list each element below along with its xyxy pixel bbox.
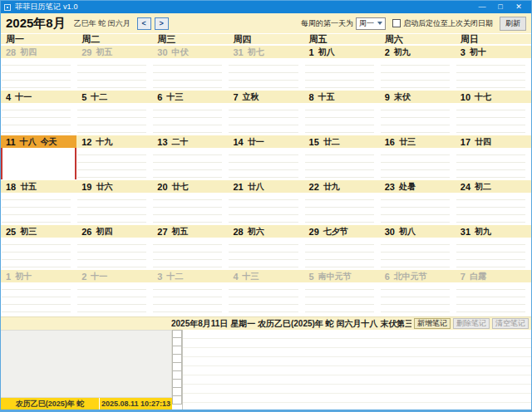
- day-strip: 22廿九: [304, 180, 380, 193]
- note-list-slot[interactable]: [172, 355, 182, 363]
- first-day-select[interactable]: 周一: [356, 17, 386, 30]
- weekday-label: 周四: [228, 34, 303, 45]
- day-strip: 2初九: [380, 46, 456, 58]
- day-number: 14: [233, 137, 243, 147]
- calendar-cell[interactable]: 21廿八: [228, 180, 303, 224]
- note-list-slot[interactable]: [172, 388, 182, 396]
- day-strip: 8十五: [304, 91, 380, 103]
- day-note-area: [305, 282, 374, 316]
- day-note-area: [153, 58, 222, 90]
- day-lunar-label: 南中元节: [318, 271, 352, 282]
- note-list-slot[interactable]: [172, 396, 182, 405]
- calendar-cell[interactable]: 26初四: [76, 225, 152, 269]
- calendar-cell[interactable]: 15廿二: [304, 135, 380, 179]
- calendar-cell-today[interactable]: 11十八今天: [1, 135, 76, 179]
- calendar-cell[interactable]: 31初九: [456, 225, 531, 269]
- calendar-cell[interactable]: 12十九: [76, 135, 152, 179]
- calendar-cell[interactable]: 5南中元节: [304, 270, 380, 316]
- day-number: 4: [233, 272, 238, 282]
- day-number: 2: [385, 47, 390, 57]
- day-note-area: [153, 193, 222, 224]
- note-list-slot[interactable]: [172, 363, 182, 371]
- next-month-button[interactable]: >: [155, 17, 169, 30]
- calendar-cell[interactable]: 18廿五: [1, 180, 76, 224]
- calendar-cell[interactable]: 5十二: [76, 91, 152, 135]
- note-action-button[interactable]: 新增笔记: [414, 318, 451, 329]
- calendar-cell[interactable]: 23处暑: [380, 180, 456, 224]
- calendar-cell[interactable]: 28初六: [228, 225, 303, 269]
- day-lunar-label: 中伏: [172, 47, 189, 58]
- calendar-cell[interactable]: 2十一: [76, 270, 152, 316]
- day-note-area: [381, 238, 450, 269]
- calendar-week-row: 1初十2十一3十二4十三5南中元节6北中元节7白露: [1, 269, 531, 316]
- calendar-cell[interactable]: 30中伏: [152, 46, 228, 90]
- day-strip: 3十二: [152, 270, 228, 282]
- calendar-cell[interactable]: 28初四: [1, 46, 76, 90]
- note-list-slot[interactable]: [172, 380, 182, 388]
- calendar-cell[interactable]: 10十七: [456, 91, 531, 135]
- calendar-cell[interactable]: 6十三: [152, 91, 228, 135]
- note-content-area[interactable]: [182, 330, 531, 410]
- day-note-area: [77, 193, 146, 224]
- day-number: 12: [81, 137, 91, 147]
- day-strip: 30初八: [380, 225, 456, 238]
- calendar-cell[interactable]: 3初十: [456, 46, 531, 90]
- close-icon[interactable]: ✕: [510, 1, 528, 13]
- calendar-cell[interactable]: 8十五: [304, 91, 380, 135]
- calendar-week-row: 28初四29初五30中伏31初七1初八2初九3初十: [1, 45, 531, 90]
- calendar-cell[interactable]: 22廿九: [304, 180, 380, 224]
- calendar-cell[interactable]: 7立秋: [228, 91, 303, 135]
- calendar-cell[interactable]: 31初七: [228, 46, 303, 90]
- day-lunar-label: 廿五: [20, 181, 37, 193]
- calendar-cell[interactable]: 24初二: [456, 180, 531, 224]
- note-list-slot[interactable]: [172, 338, 182, 346]
- calendar-cell[interactable]: 7白露: [456, 270, 531, 316]
- note-list-slot[interactable]: [172, 330, 182, 338]
- day-number: 3: [461, 47, 466, 57]
- day-lunar-label: 廿二: [323, 136, 340, 148]
- day-note-area: [153, 238, 222, 269]
- calendar-cell[interactable]: 20廿七: [152, 180, 228, 224]
- day-note-area: [77, 238, 146, 269]
- prev-month-button[interactable]: <: [137, 17, 151, 30]
- calendar-cell[interactable]: 27初五: [152, 225, 228, 269]
- calendar-cell[interactable]: 4十一: [1, 91, 76, 135]
- calendar-cell[interactable]: 16廿三: [380, 135, 456, 179]
- day-strip: 25初三: [1, 225, 76, 238]
- maximize-icon[interactable]: □: [491, 1, 510, 13]
- calendar-cell[interactable]: 25初三: [1, 225, 76, 269]
- refresh-button[interactable]: 刷新: [500, 17, 526, 31]
- calendar-cell[interactable]: 17廿四: [456, 135, 531, 179]
- day-note-area: [381, 103, 450, 135]
- note-list-slot[interactable]: [172, 346, 182, 355]
- calendar-week-row: 11十八今天12十九13二十14廿一15廿二16廿三17廿四: [1, 135, 531, 179]
- day-strip: 4十一: [1, 91, 76, 103]
- note-action-button: 清空笔记: [492, 318, 529, 329]
- calendar-cell[interactable]: 4十三: [228, 270, 303, 316]
- calendar-cell[interactable]: 1初十: [1, 270, 76, 316]
- calendar-cell[interactable]: 29七夕节: [304, 225, 380, 269]
- calendar-cell[interactable]: 2初九: [380, 46, 456, 90]
- day-note-area: [456, 148, 525, 179]
- auto-locate-checkbox[interactable]: [392, 19, 401, 27]
- calendar-cell[interactable]: 6北中元节: [380, 270, 456, 316]
- day-lunar-label: 立秋: [243, 91, 259, 103]
- app-icon: [4, 4, 11, 11]
- day-strip: 1初十: [1, 270, 76, 282]
- calendar-cell[interactable]: 9末伏: [380, 91, 456, 135]
- weekday-label: 周三: [152, 34, 228, 45]
- day-note-area: [305, 148, 374, 179]
- calendar-cell[interactable]: 13二十: [152, 135, 228, 179]
- calendar-cell[interactable]: 29初五: [76, 46, 152, 90]
- day-lunar-label: 初四: [96, 226, 112, 238]
- day-note-area: [153, 103, 222, 135]
- calendar-cell[interactable]: 3十二: [152, 270, 228, 316]
- calendar-cell[interactable]: 30初八: [380, 225, 456, 269]
- day-number: 2: [81, 272, 86, 282]
- note-list-slot[interactable]: [172, 371, 182, 380]
- minimize-icon[interactable]: —: [473, 1, 491, 13]
- calendar-cell[interactable]: 1初八: [304, 46, 380, 90]
- calendar-cell[interactable]: 14廿一: [228, 135, 303, 179]
- day-number: 1: [6, 272, 11, 282]
- calendar-cell[interactable]: 19廿六: [76, 180, 152, 224]
